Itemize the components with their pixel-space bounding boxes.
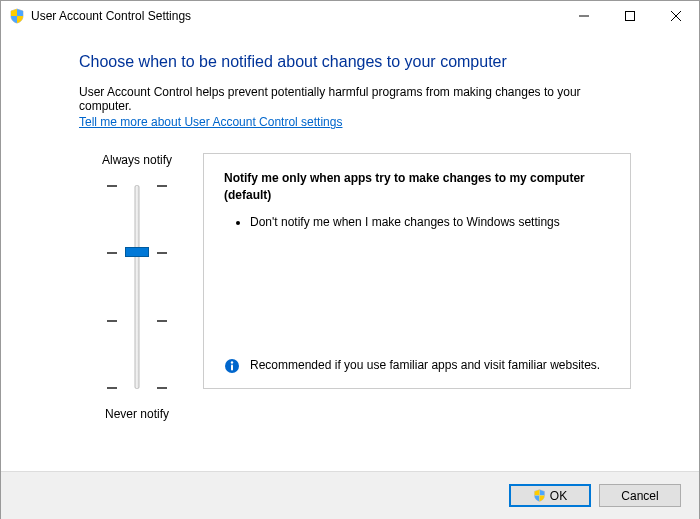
uac-shield-icon xyxy=(9,8,25,24)
cancel-button[interactable]: Cancel xyxy=(599,484,681,507)
window-controls xyxy=(561,1,699,31)
info-icon xyxy=(224,358,240,374)
slider-thumb[interactable] xyxy=(125,247,149,257)
learn-more-link[interactable]: Tell me more about User Account Control … xyxy=(79,115,342,129)
slider-tick xyxy=(107,320,167,322)
close-button[interactable] xyxy=(653,1,699,31)
titlebar: User Account Control Settings xyxy=(1,1,699,31)
maximize-button[interactable] xyxy=(607,1,653,31)
cancel-button-label: Cancel xyxy=(621,489,658,503)
window-title: User Account Control Settings xyxy=(31,9,561,23)
svg-point-5 xyxy=(231,361,233,363)
info-bullet: Don't notify me when I make changes to W… xyxy=(250,214,610,231)
minimize-button[interactable] xyxy=(561,1,607,31)
main-layout: Always notify Never notify Notify me onl… xyxy=(79,153,631,421)
info-recommendation: Recommended if you use familiar apps and… xyxy=(250,357,600,374)
ok-button-label: OK xyxy=(550,489,567,503)
notification-slider[interactable] xyxy=(107,177,167,397)
svg-rect-1 xyxy=(626,12,635,21)
svg-rect-6 xyxy=(231,365,233,371)
ok-button[interactable]: OK xyxy=(509,484,591,507)
info-panel: Notify me only when apps try to make cha… xyxy=(203,153,631,389)
slider-label-top: Always notify xyxy=(102,153,172,167)
info-list: Don't notify me when I make changes to W… xyxy=(224,214,610,237)
uac-shield-icon xyxy=(533,489,546,502)
slider-tick xyxy=(107,185,167,187)
slider-tick xyxy=(107,387,167,389)
info-title: Notify me only when apps try to make cha… xyxy=(224,170,610,204)
slider-column: Always notify Never notify xyxy=(79,153,195,421)
content-area: Choose when to be notified about changes… xyxy=(1,31,699,421)
dialog-footer: OK Cancel xyxy=(1,471,699,519)
info-footer: Recommended if you use familiar apps and… xyxy=(224,357,610,374)
slider-label-bottom: Never notify xyxy=(105,407,169,421)
page-heading: Choose when to be notified about changes… xyxy=(79,53,631,71)
page-description: User Account Control helps prevent poten… xyxy=(79,85,631,113)
slider-track xyxy=(135,185,140,389)
